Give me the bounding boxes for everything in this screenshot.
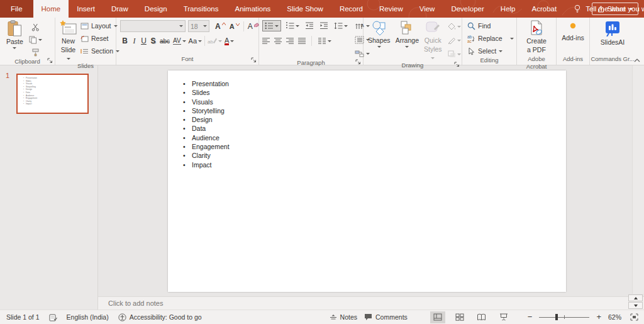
select-button[interactable]: Select	[467, 45, 514, 57]
font-dialog-launcher-icon[interactable]	[251, 57, 257, 63]
quick-styles-button[interactable]: Quick Styles	[422, 20, 444, 62]
ribbon-tab[interactable]: Record	[331, 0, 371, 18]
next-slide-button[interactable]	[628, 302, 643, 309]
decrease-font-size-button[interactable]: A	[228, 21, 241, 32]
ribbon-tab[interactable]: Help	[492, 0, 524, 18]
strikethrough-button[interactable]: abc	[158, 38, 172, 45]
accessibility-button[interactable]: Accessibility: Good to go	[118, 313, 202, 321]
ribbon-tab[interactable]: Home	[33, 0, 69, 18]
zoom-slider[interactable]	[539, 313, 589, 321]
ribbon-tab[interactable]: Review	[371, 0, 411, 18]
slide-bullet-list[interactable]: PresentationSlidesVisualsStorytellingDes…	[168, 70, 566, 169]
decrease-indent-button[interactable]	[304, 20, 315, 31]
ribbon-tab[interactable]: Developer	[443, 0, 492, 18]
copy-button[interactable]	[28, 34, 43, 45]
new-slide-button[interactable]: New Slide	[58, 20, 79, 62]
collapse-ribbon-icon[interactable]	[634, 58, 640, 62]
bold-button[interactable]: B	[120, 36, 130, 45]
layout-button[interactable]: Layout	[80, 20, 119, 31]
reset-button[interactable]: Reset	[80, 33, 119, 44]
notes-pane[interactable]: Click to add notes	[98, 296, 644, 310]
ribbon-tab[interactable]: Draw	[103, 0, 136, 18]
format-painter-button[interactable]	[28, 47, 43, 58]
slide-counter[interactable]: Slide 1 of 1	[6, 313, 40, 321]
reset-label: Reset	[91, 35, 108, 42]
clipboard-dialog-launcher-icon[interactable]	[47, 58, 53, 64]
bullets-button[interactable]	[262, 20, 281, 31]
ribbon-tab[interactable]: Design	[136, 0, 175, 18]
spell-check-button[interactable]	[49, 313, 57, 321]
ribbon-tab[interactable]: Insert	[69, 0, 103, 18]
find-button[interactable]: Find	[467, 20, 514, 31]
previous-slide-button[interactable]	[628, 294, 643, 301]
zoom-slider-handle[interactable]	[555, 314, 558, 320]
vertical-scrollbar[interactable]	[632, 65, 644, 294]
notes-toggle-button[interactable]: Notes	[330, 313, 357, 321]
ribbon-tab[interactable]: Transitions	[175, 0, 227, 18]
numbering-button[interactable]	[284, 20, 301, 31]
slide-canvas[interactable]: PresentationSlidesVisualsStorytellingDes…	[168, 70, 566, 292]
slide-thumbnail[interactable]: PresentationSlidesVisualsStorytellingDes…	[16, 74, 89, 114]
font-color-button[interactable]: A	[223, 35, 235, 47]
align-right-icon[interactable]	[286, 38, 294, 45]
decrease-indent-icon	[305, 22, 314, 30]
ribbon-tab[interactable]: View	[411, 0, 443, 18]
addins-button[interactable]: Add-ins	[560, 20, 586, 42]
create-pdf-button[interactable]: Create a PDF	[525, 20, 548, 54]
clear-formatting-button[interactable]: A	[247, 21, 260, 32]
zoom-in-button[interactable]: +	[596, 314, 601, 320]
format-painter-icon	[31, 48, 40, 57]
replace-button[interactable]: abac Replace	[467, 33, 514, 44]
shape-effects-button[interactable]	[447, 48, 462, 60]
paragraph-group: A	[259, 18, 364, 65]
ribbon-tab[interactable]: Acrobat	[524, 0, 565, 18]
arrange-button[interactable]: Arrange	[394, 20, 421, 48]
slide-sorter-view-button[interactable]	[452, 311, 467, 323]
increase-indent-button[interactable]	[318, 20, 330, 31]
slide-navigation	[628, 294, 643, 309]
text-highlight-button[interactable]: ab	[206, 35, 223, 47]
reading-view-button[interactable]	[474, 311, 489, 323]
layout-label: Layout	[91, 22, 111, 30]
chevron-down-icon	[38, 39, 42, 41]
shape-outline-button[interactable]	[447, 35, 462, 46]
increase-font-size-button[interactable]: A	[214, 21, 227, 32]
italic-button[interactable]: I	[130, 36, 139, 46]
text-shadow-button[interactable]: S	[148, 36, 158, 45]
font-size-combobox[interactable]: 18	[188, 20, 209, 32]
justify-icon[interactable]	[298, 38, 306, 45]
drawing-dialog-launcher-icon[interactable]	[454, 62, 460, 67]
slideshow-view-button[interactable]	[496, 311, 511, 323]
align-center-icon[interactable]	[274, 38, 282, 45]
ribbon-tab[interactable]: Animations	[226, 0, 279, 18]
zoom-percentage[interactable]: 62%	[608, 313, 621, 321]
paste-button[interactable]: Paste	[4, 20, 25, 49]
columns-button[interactable]	[317, 35, 333, 47]
fit-to-window-button[interactable]	[628, 311, 640, 323]
divider	[204, 36, 205, 46]
ribbon-tab[interactable]: File	[0, 0, 33, 18]
change-case-button[interactable]: Aa	[187, 35, 203, 47]
shape-fill-button[interactable]	[447, 21, 462, 32]
slide-thumbnail-panel: 1 PresentationSlidesVisualsStorytellingD…	[0, 65, 98, 310]
normal-view-button[interactable]	[430, 311, 445, 323]
slidesai-button[interactable]: SlidesAI	[599, 20, 627, 47]
line-spacing-button[interactable]	[333, 20, 349, 31]
align-left-icon[interactable]	[262, 38, 270, 45]
cut-button[interactable]	[28, 21, 43, 33]
paragraph-dialog-launcher-icon[interactable]	[355, 59, 361, 65]
underline-button[interactable]: U	[139, 36, 148, 45]
font-name-combobox[interactable]	[120, 20, 186, 32]
zoom-out-button[interactable]: −	[528, 314, 533, 320]
comments-button[interactable]: Comments	[364, 313, 408, 321]
ribbon-tab[interactable]: Slide Show	[279, 0, 331, 18]
pencil-icon	[448, 36, 456, 44]
section-button[interactable]: Section	[80, 45, 119, 57]
share-button[interactable]: Share	[592, 3, 638, 15]
language-button[interactable]: English (India)	[67, 313, 109, 321]
ribbon-end-spacer	[635, 18, 644, 65]
drawing-group-label: Drawing	[402, 62, 424, 69]
shapes-button[interactable]: Shapes	[366, 20, 392, 48]
character-spacing-button[interactable]: AV	[172, 35, 187, 47]
columns-icon	[318, 38, 326, 45]
